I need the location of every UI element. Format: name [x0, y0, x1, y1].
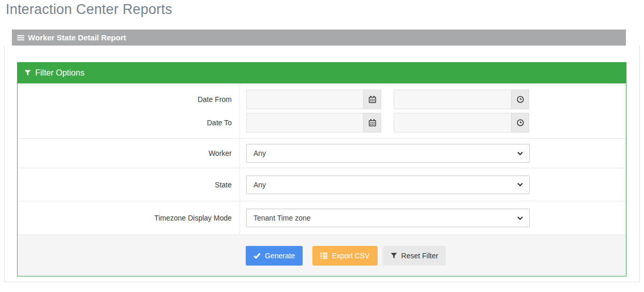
worker-select-value: Any — [253, 149, 266, 157]
timezone-select[interactable]: Tenant Time zone — [246, 209, 530, 227]
page-title: Interaction Center Reports — [6, 2, 172, 18]
chevron-down-icon — [517, 216, 523, 220]
dates-fields — [240, 84, 626, 138]
dates-labels: Date From Date To — [18, 84, 240, 138]
list-icon — [320, 253, 327, 259]
state-select-value: Any — [253, 181, 266, 189]
timezone-row: Timezone Display Mode Tenant Time zone — [18, 201, 626, 235]
filter-icon — [24, 70, 31, 76]
date-from-label: Date From — [198, 90, 232, 109]
date-from-calendar-button[interactable] — [363, 90, 381, 109]
reset-filter-button-label: Reset Filter — [401, 252, 439, 260]
filter-options-header[interactable]: Filter Options — [18, 63, 626, 83]
chevron-down-icon — [517, 152, 523, 155]
state-select[interactable]: Any — [246, 176, 530, 194]
filter-actions-footer: Generate Export CSV — [18, 235, 626, 276]
report-widget-body: Filter Options Date From Date To — [4, 46, 640, 282]
check-icon — [253, 253, 261, 259]
export-csv-button[interactable]: Export CSV — [312, 246, 377, 266]
date-from-input[interactable] — [246, 90, 363, 109]
worker-row: Worker Any — [18, 138, 626, 168]
time-from-clock-button[interactable] — [511, 90, 529, 109]
filter-options-panel: Filter Options Date From Date To — [17, 62, 626, 276]
calendar-icon — [369, 119, 376, 126]
timezone-select-value: Tenant Time zone — [253, 214, 311, 222]
chevron-down-icon — [517, 183, 523, 186]
report-widget-title: Worker State Detail Report — [28, 33, 126, 42]
worker-label: Worker — [18, 139, 240, 168]
state-row: State Any — [18, 168, 626, 201]
generate-button[interactable]: Generate — [246, 246, 303, 266]
time-from-input[interactable] — [394, 90, 511, 109]
calendar-icon — [369, 96, 376, 103]
clock-icon — [517, 96, 524, 103]
date-to-label: Date To — [207, 113, 232, 133]
date-to-input[interactable] — [246, 113, 363, 133]
state-label: State — [18, 168, 240, 201]
dates-row: Date From Date To — [18, 83, 626, 138]
generate-button-label: Generate — [265, 252, 295, 260]
filter-options-title: Filter Options — [35, 68, 84, 78]
time-to-input[interactable] — [394, 113, 511, 133]
filter-icon — [391, 253, 397, 259]
time-from-group — [394, 90, 529, 109]
date-to-calendar-button[interactable] — [363, 113, 381, 133]
date-to-group — [246, 113, 381, 133]
time-to-clock-button[interactable] — [511, 113, 529, 133]
export-csv-button-label: Export CSV — [332, 252, 369, 260]
worker-select[interactable]: Any — [246, 144, 530, 163]
date-from-group — [246, 90, 381, 109]
time-to-group — [394, 113, 529, 133]
report-widget-header[interactable]: Worker State Detail Report — [12, 30, 626, 46]
clock-icon — [517, 119, 524, 126]
timezone-label: Timezone Display Mode — [18, 201, 240, 235]
hamburger-icon — [17, 35, 24, 41]
reset-filter-button[interactable]: Reset Filter — [383, 246, 446, 266]
